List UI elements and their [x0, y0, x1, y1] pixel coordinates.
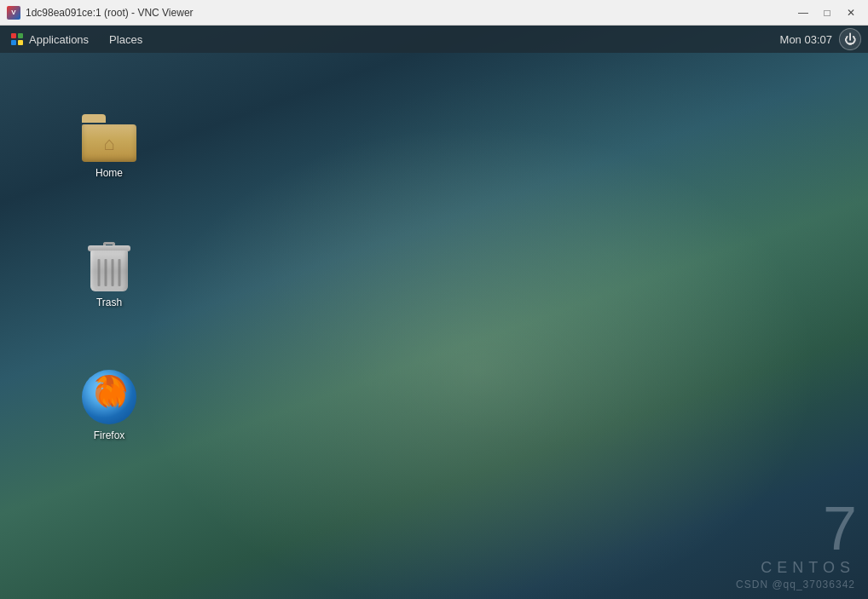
firefox-flame-icon: [82, 370, 136, 424]
home-icon-label: Home: [95, 167, 123, 179]
vnc-logo-icon: V: [7, 6, 20, 20]
vnc-window-title: 1dc98ea091ce:1 (root) - VNC Viewer: [26, 7, 194, 19]
svg-rect-0: [11, 33, 16, 38]
folder-icon: ⌂: [82, 114, 136, 162]
firefox-icon: [82, 370, 136, 424]
applications-menu-button[interactable]: Applications: [0, 26, 99, 53]
centos-os-name: CENTOS: [736, 559, 855, 577]
places-menu-button[interactable]: Places: [99, 26, 153, 53]
linux-desktop: Applications Places Mon 03:07 ⏻ ⌂ Home: [0, 26, 868, 599]
taskbar: Applications Places Mon 03:07 ⏻: [0, 26, 868, 53]
vnc-window-controls: — □ ✕: [793, 4, 861, 21]
trash-line: [119, 259, 121, 286]
applications-icon: [10, 32, 24, 46]
taskbar-left: Applications Places: [0, 26, 153, 53]
applications-label: Applications: [29, 33, 89, 46]
clock-display: Mon 03:07: [780, 33, 832, 46]
close-button[interactable]: ✕: [841, 4, 861, 21]
restore-button[interactable]: □: [817, 4, 837, 21]
centos-watermark: 7 CENTOS CSDN @qq_37036342: [736, 498, 855, 590]
home-symbol-icon: ⌂: [103, 133, 114, 155]
trash-desktop-icon[interactable]: Trash: [75, 237, 143, 314]
vnc-title-left: V 1dc98ea091ce:1 (root) - VNC Viewer: [7, 6, 194, 20]
trash-icon-label: Trash: [96, 297, 122, 308]
vnc-titlebar: V 1dc98ea091ce:1 (root) - VNC Viewer — □…: [0, 0, 868, 26]
trash-line: [112, 259, 114, 286]
power-button[interactable]: ⏻: [839, 28, 861, 50]
trash-body: [90, 251, 128, 291]
folder-tab: [82, 114, 106, 123]
folder-body: ⌂: [82, 124, 136, 162]
places-label: Places: [109, 33, 142, 46]
svg-rect-3: [18, 40, 23, 45]
firefox-desktop-icon[interactable]: Firefox: [75, 365, 143, 446]
centos-version-number: 7: [736, 498, 855, 559]
trash-line: [105, 259, 107, 286]
firefox-icon-label: Firefox: [94, 429, 125, 441]
csdn-attribution: CSDN @qq_37036342: [736, 579, 855, 590]
home-desktop-icon[interactable]: ⌂ Home: [75, 109, 143, 184]
minimize-button[interactable]: —: [793, 4, 813, 21]
svg-rect-1: [18, 33, 23, 38]
svg-rect-2: [11, 40, 16, 45]
trash-line: [98, 259, 101, 286]
taskbar-right: Mon 03:07 ⏻: [780, 28, 868, 50]
trash-lines: [98, 259, 121, 286]
trash-icon: [87, 242, 131, 291]
